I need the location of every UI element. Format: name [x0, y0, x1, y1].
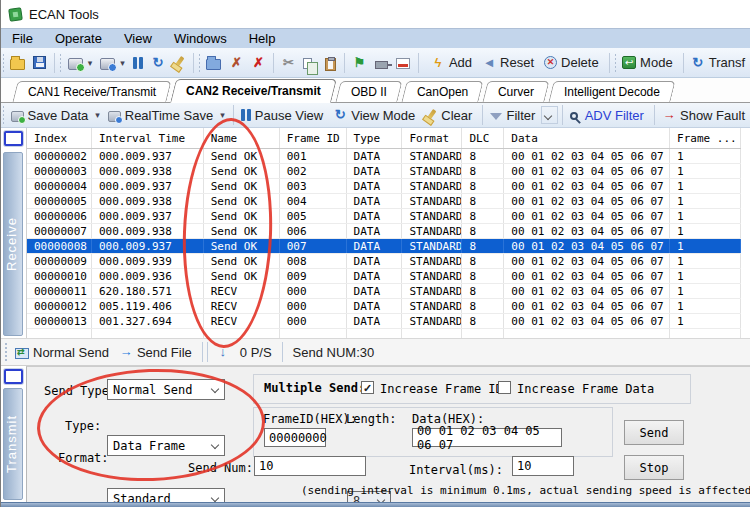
- tab-curver[interactable]: Curver: [483, 81, 550, 102]
- table-row[interactable]: 00000008000.009.937Send OK007DATASTANDAR…: [27, 239, 741, 254]
- increase-frame-data-label: Increase Frame Data: [517, 382, 654, 396]
- transmit-side-tab-label: Transmit: [4, 415, 19, 473]
- cell-data: 00 01 02 03 04 05 06 07: [504, 284, 670, 298]
- tools-button[interactable]: ✗: [225, 53, 247, 73]
- adv-filter-button[interactable]: ADV Filter: [566, 106, 650, 125]
- tab-intelligent-decode[interactable]: Intelligent Decode: [549, 81, 676, 102]
- menu-item-operate[interactable]: Operate: [44, 29, 113, 49]
- device-connect-button[interactable]: ▾: [96, 54, 129, 72]
- tab-canopen[interactable]: CanOpen: [401, 81, 484, 102]
- add-button[interactable]: ϟAdd: [427, 53, 478, 73]
- column-header-type[interactable]: Type: [347, 128, 403, 148]
- table-row[interactable]: 00000005000.009.938Send OK004DATASTANDAR…: [27, 194, 741, 209]
- table-row[interactable]: 00000007000.009.938Send OK006DATASTANDAR…: [27, 224, 741, 239]
- filter-button[interactable]: Filter: [486, 106, 541, 125]
- column-header-dlc[interactable]: DLC: [462, 128, 504, 148]
- cell-interval: 000.009.937: [92, 149, 204, 163]
- cell-dlc: 8: [462, 239, 504, 253]
- delete-config-button[interactable]: ✗: [247, 53, 269, 73]
- reset-button[interactable]: ◄Reset: [478, 53, 540, 73]
- realtime-save-button[interactable]: RealTime Save▾: [104, 106, 229, 125]
- save-data-icon: [11, 111, 24, 122]
- send-num-input[interactable]: 10: [254, 456, 366, 476]
- frame-id-input[interactable]: 00000000: [264, 428, 326, 447]
- flag-button[interactable]: ⚑: [349, 53, 371, 73]
- red-window-icon: [396, 58, 410, 69]
- column-header-format[interactable]: Format: [402, 128, 462, 148]
- cell-frame: 1: [670, 269, 741, 283]
- new-config-button[interactable]: [202, 54, 225, 72]
- send-type-dropdown[interactable]: Normal Send: [107, 379, 225, 400]
- menu-item-help[interactable]: Help: [238, 29, 287, 49]
- usb-icon: [375, 61, 388, 69]
- send-file-button[interactable]: →Send File: [115, 342, 198, 362]
- save-data-button[interactable]: Save Data▾: [7, 106, 104, 125]
- stop-button-label: Stop: [640, 461, 669, 475]
- transfer-button[interactable]: ↻Transf: [687, 53, 750, 73]
- type-dropdown[interactable]: Data Frame: [107, 435, 225, 456]
- column-header-index[interactable]: Index: [27, 128, 92, 148]
- paste-button[interactable]: [321, 53, 340, 73]
- red-x-icon: ✗: [251, 55, 265, 71]
- menu-item-view[interactable]: View: [113, 29, 163, 49]
- ecan-tools-window: ECAN Tools FileOperateViewWindowsHelp ▾ …: [0, 0, 750, 507]
- clear-button[interactable]: Clear: [421, 106, 478, 125]
- view-mode-button[interactable]: ↻View Mode: [329, 105, 421, 125]
- delete-button[interactable]: ✕Delete: [540, 53, 605, 72]
- receive-side-tab[interactable]: Receive: [3, 152, 23, 336]
- tab-obd-ii[interactable]: OBD II: [335, 81, 402, 102]
- pause-button[interactable]: [129, 55, 147, 71]
- table-row[interactable]: 00000003000.009.938Send OK002DATASTANDAR…: [27, 164, 741, 179]
- cell-interval: 000.009.937: [92, 209, 204, 223]
- copy-button[interactable]: [299, 54, 321, 71]
- mode-button[interactable]: ↩Mode: [618, 53, 679, 72]
- column-header-frame[interactable]: Frame ...: [670, 128, 741, 148]
- transmit-side-tab[interactable]: Transmit: [3, 388, 23, 500]
- cell-type: DATA: [347, 314, 403, 328]
- cell-name: Send OK: [204, 209, 280, 223]
- data-hex-input[interactable]: 00 01 02 03 04 05 06 07: [412, 428, 562, 447]
- menu-item-file[interactable]: File: [1, 29, 44, 49]
- table-row[interactable]: 00000002000.009.937Send OK001DATASTANDAR…: [27, 149, 741, 164]
- chevron-down-icon: [211, 385, 219, 393]
- show-fault-button[interactable]: →Show Fault: [658, 105, 750, 125]
- tab-label: Curver: [498, 85, 534, 99]
- table-row[interactable]: 00000011620.180.571RECV000DATASTANDARD80…: [27, 284, 741, 299]
- table-row[interactable]: 00000012005.119.406RECV000DATASTANDARD80…: [27, 299, 741, 314]
- dropdown-arrow-icon: ▾: [88, 58, 93, 68]
- cell-format: STANDARD: [402, 299, 462, 313]
- download-button[interactable]: ↓: [212, 342, 234, 362]
- normal-send-button[interactable]: Normal Send: [11, 343, 115, 362]
- tab-can1-receive-transmit[interactable]: CAN1 Receive/Transmit: [12, 81, 172, 102]
- tab-can2-receive-transmit[interactable]: CAN2 Receive/Transmit: [170, 79, 337, 103]
- clean-button[interactable]: [169, 54, 189, 71]
- increase-frame-id-checkbox[interactable]: ✓: [361, 381, 374, 394]
- interval-input[interactable]: 10: [512, 456, 574, 476]
- table-row[interactable]: 00000013001.327.694RECV000DATASTANDARD80…: [27, 314, 741, 329]
- down-arrow-icon: ↓: [216, 344, 230, 360]
- table-row[interactable]: 00000004000.009.937Send OK003DATASTANDAR…: [27, 179, 741, 194]
- column-header-data[interactable]: Data: [504, 128, 670, 148]
- filter-combobox[interactable]: [541, 106, 557, 124]
- blue-folder-icon: [206, 59, 221, 70]
- transmit-select-checkbox[interactable]: [4, 369, 23, 384]
- column-header-name[interactable]: Name: [204, 128, 280, 148]
- cut-button[interactable]: ✂: [277, 53, 299, 73]
- increase-frame-data-checkbox[interactable]: [498, 381, 511, 394]
- open-button[interactable]: [6, 54, 29, 72]
- table-row[interactable]: 00000006000.009.937Send OK005DATASTANDAR…: [27, 209, 741, 224]
- column-header-frame_id[interactable]: Frame ID: [280, 128, 347, 148]
- table-row[interactable]: 00000010000.009.936Send OK009DATASTANDAR…: [27, 269, 741, 284]
- menu-item-windows[interactable]: Windows: [163, 29, 238, 49]
- refresh-button[interactable]: ↻: [147, 53, 169, 73]
- receive-select-checkbox[interactable]: [4, 131, 23, 146]
- column-header-interval[interactable]: Interval Time: [92, 128, 204, 148]
- pause-view-button[interactable]: Pause View: [237, 106, 329, 125]
- usb-button[interactable]: [371, 55, 392, 71]
- save-button[interactable]: [29, 54, 50, 71]
- table-row[interactable]: 00000009000.009.939Send OK008DATASTANDAR…: [27, 254, 741, 269]
- stop-button[interactable]: Stop: [624, 455, 684, 480]
- device-open-button[interactable]: ▾: [64, 54, 97, 72]
- send-button[interactable]: Send: [624, 420, 684, 445]
- minimize-window-button[interactable]: [392, 54, 414, 71]
